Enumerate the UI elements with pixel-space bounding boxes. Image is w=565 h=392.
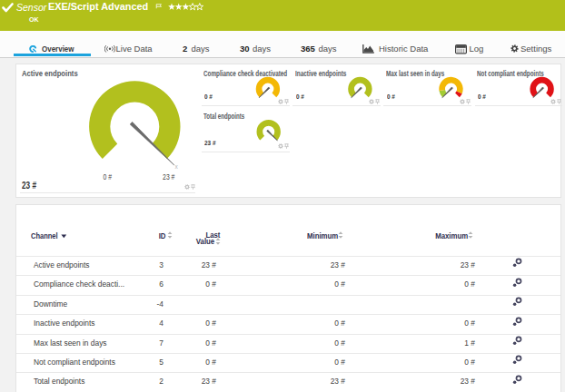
svg-text:x: x [175, 163, 179, 170]
